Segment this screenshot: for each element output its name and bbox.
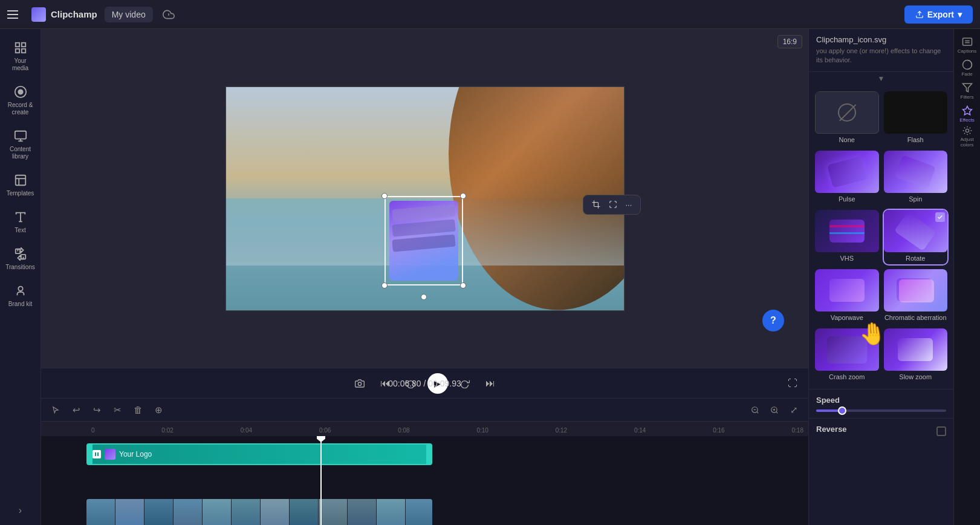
help-button[interactable]: ?: [762, 310, 784, 331]
screenshot-button[interactable]: [351, 375, 368, 392]
reverse-checkbox[interactable]: [936, 426, 946, 436]
logo-icon: [31, 7, 46, 22]
effect-slowzoom-label: Slow zoom: [884, 373, 948, 383]
logo-shape: [389, 201, 458, 281]
svg-rect-8: [15, 131, 25, 139]
export-button[interactable]: Export ▾: [904, 5, 973, 24]
video-frames: [86, 499, 432, 525]
ctx-crop-button[interactable]: [588, 198, 604, 211]
sidebar-item-your-media[interactable]: Your media: [2, 35, 39, 77]
svg-rect-11: [15, 175, 25, 186]
effect-crash-label: Crash zoom: [815, 373, 879, 383]
fullscreen-button[interactable]: ⛶: [784, 375, 801, 392]
captions-button[interactable]: Captions: [956, 34, 978, 56]
skip-forward-button[interactable]: ⏭: [482, 375, 499, 392]
sidebar-item-record[interactable]: Record & create: [2, 79, 39, 121]
templates-icon: [13, 172, 28, 188]
svg-point-18: [18, 287, 22, 291]
vaporwave-visual: [829, 279, 865, 302]
effect-vhs[interactable]: VHS: [815, 210, 879, 264]
ruler-mark-0: 0: [91, 427, 95, 434]
sidebar-item-content-library[interactable]: Content library: [2, 123, 39, 165]
undo-button[interactable]: ↩: [68, 402, 85, 419]
playback-controls: ⏮ ▶ ⏭ 00:06.80 / 00:09.93 ⛶: [41, 368, 808, 398]
zoom-out-button[interactable]: [747, 402, 764, 419]
video-track-row: [41, 469, 808, 500]
effect-slow-zoom[interactable]: Slow zoom: [884, 328, 948, 383]
effect-crash-zoom[interactable]: Crash zoom: [815, 328, 879, 383]
effect-none-thumb: [815, 91, 879, 134]
svg-point-7: [18, 90, 22, 94]
skip-back-button[interactable]: ⏮: [377, 375, 394, 392]
effect-none[interactable]: None: [815, 91, 879, 146]
clip-handle-left[interactable]: [88, 445, 92, 464]
text-icon: [13, 209, 28, 225]
play-pause-button[interactable]: ▶: [427, 373, 448, 394]
brand-kit-icon: [13, 283, 28, 299]
cloud-save-icon[interactable]: [160, 6, 177, 23]
effect-slowzoom-thumb: [884, 328, 948, 371]
effects-label: Effects: [959, 117, 974, 123]
clip-pause-icon[interactable]: [92, 450, 101, 458]
fade-label: Fade: [961, 71, 972, 77]
reverse-row: Reverse: [816, 425, 946, 439]
sidebar-collapse-button[interactable]: ›: [12, 502, 29, 519]
ruler-mark-2: 0:02: [161, 427, 173, 434]
handle-bottom-left[interactable]: [381, 282, 388, 289]
clip-handle-right[interactable]: [426, 445, 431, 464]
handle-bottom-right[interactable]: [460, 282, 466, 289]
effect-spin[interactable]: Spin: [884, 151, 948, 205]
sidebar-item-text[interactable]: Text: [2, 204, 39, 239]
handle-top-left[interactable]: [381, 193, 388, 199]
video-clip[interactable]: [86, 499, 432, 525]
ruler-mark-14: 0:14: [634, 427, 646, 434]
effect-chromatic-label: Chromatic aberration: [884, 314, 948, 324]
sidebar-item-transitions[interactable]: Transitions: [2, 241, 39, 276]
zoom-in-button[interactable]: [766, 402, 783, 419]
slowzoom-visual: [898, 338, 933, 362]
ruler-mark-10: 0:10: [476, 427, 488, 434]
content-library-icon: [13, 128, 28, 144]
slider-thumb[interactable]: [838, 406, 846, 415]
logo-element-container[interactable]: [385, 196, 463, 285]
sidebar-item-brand-kit[interactable]: Brand kit: [2, 278, 39, 313]
canvas-frame[interactable]: ···: [226, 86, 625, 311]
handle-rotate[interactable]: [421, 294, 427, 300]
adjust-colors-label: Adjust colors: [956, 137, 978, 148]
project-name-button[interactable]: My video: [105, 7, 153, 22]
frame-9: [348, 499, 377, 525]
fade-button[interactable]: Fade: [956, 57, 978, 79]
effect-vaporwave[interactable]: Vaporwave: [815, 269, 879, 324]
handle-top-right[interactable]: [460, 193, 466, 199]
effects-button[interactable]: Effects: [956, 103, 978, 125]
fit-button[interactable]: ⤢: [785, 402, 802, 419]
svg-marker-33: [962, 83, 972, 92]
cut-button[interactable]: ✂: [109, 402, 126, 419]
aspect-ratio-badge[interactable]: 16:9: [777, 35, 802, 48]
slider-track[interactable]: [816, 409, 946, 412]
forward-button[interactable]: [456, 375, 473, 392]
rewind-button[interactable]: [402, 375, 419, 392]
ctx-more-button[interactable]: ···: [622, 198, 636, 212]
add-media-button[interactable]: ⊕: [150, 402, 167, 419]
speed-slider[interactable]: [816, 409, 946, 412]
delete-button[interactable]: 🗑: [129, 402, 146, 419]
panel-header: Clipchamp_icon.svg you apply one (or mor…: [809, 29, 953, 72]
filters-button[interactable]: Filters: [956, 80, 978, 102]
sidebar-label-templates: Templates: [7, 190, 34, 197]
redo-button[interactable]: ↪: [88, 402, 105, 419]
frame-4: [203, 499, 232, 525]
sidebar-item-templates[interactable]: Templates: [2, 168, 39, 202]
effect-active-badge: [935, 212, 945, 222]
effect-chromatic-aberration[interactable]: Chromatic aberration: [884, 269, 948, 324]
ctx-fit-button[interactable]: [605, 198, 621, 211]
effect-pulse[interactable]: Pulse: [815, 151, 879, 205]
effect-flash[interactable]: Flash: [884, 91, 948, 146]
frame-3: [174, 499, 203, 525]
menu-button[interactable]: [7, 6, 24, 23]
select-tool[interactable]: [47, 402, 64, 419]
effect-rotate[interactable]: Rotate: [884, 210, 948, 264]
logo-clip[interactable]: Your Logo: [86, 443, 432, 465]
panel-desc: you apply one (or more!) effects to chan…: [816, 47, 946, 65]
adjust-colors-button[interactable]: Adjust colors: [956, 126, 978, 148]
